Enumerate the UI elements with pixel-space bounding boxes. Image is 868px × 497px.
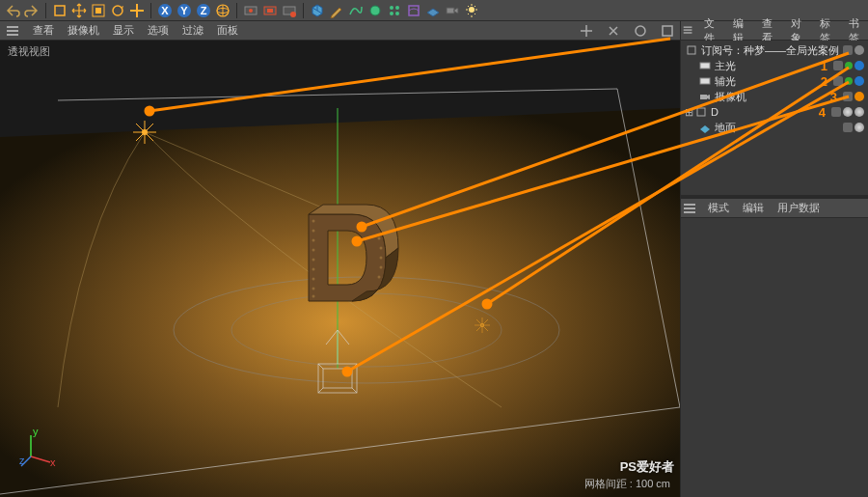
- tab-mode[interactable]: 模式: [706, 199, 731, 217]
- svg-rect-76: [684, 33, 692, 34]
- array-icon[interactable]: [386, 2, 403, 19]
- svg-rect-15: [267, 9, 273, 13]
- tree-row-light1[interactable]: 主光 1: [681, 58, 868, 73]
- svg-rect-81: [697, 108, 705, 116]
- annotation-number: 4: [819, 105, 826, 120]
- select-icon[interactable]: [51, 2, 68, 19]
- rotate-icon[interactable]: [109, 2, 126, 19]
- nav-pan-icon[interactable]: [580, 24, 593, 38]
- svg-point-18: [370, 6, 380, 15]
- svg-line-69: [31, 456, 50, 462]
- tab-edit2[interactable]: 编辑: [741, 199, 766, 217]
- tree-label: 订阅号：种梦——全局光案例: [701, 43, 843, 58]
- null-icon: [685, 43, 698, 57]
- panel-menu-icon[interactable]: [683, 24, 692, 38]
- menu-panel[interactable]: 面板: [217, 23, 238, 38]
- svg-rect-27: [7, 34, 18, 36]
- annotation-number: 3: [830, 90, 837, 104]
- svg-point-62: [312, 295, 315, 298]
- svg-point-65: [380, 257, 383, 260]
- svg-rect-75: [684, 30, 692, 31]
- move-icon[interactable]: [70, 2, 88, 19]
- tree-row-floor[interactable]: 地面: [681, 120, 868, 135]
- attribute-tabs: 模式 编辑 用户数据: [681, 199, 868, 218]
- world-icon[interactable]: [214, 2, 231, 19]
- svg-point-56: [312, 239, 315, 242]
- svg-rect-26: [7, 30, 18, 32]
- camera-icon[interactable]: [444, 2, 461, 19]
- svg-rect-23: [447, 8, 454, 14]
- panel-menu-icon[interactable]: [683, 202, 696, 215]
- viewport-label: 透视视图: [8, 44, 50, 59]
- view-config-icon[interactable]: [6, 24, 19, 38]
- svg-point-55: [312, 230, 315, 233]
- nurbs-icon[interactable]: [366, 2, 384, 19]
- x-axis-icon[interactable]: X: [156, 2, 174, 19]
- tree-row-light2[interactable]: 辅光 2: [681, 73, 868, 89]
- menu-camera[interactable]: 摄像机: [68, 23, 99, 38]
- svg-point-24: [469, 7, 475, 13]
- svg-point-63: [378, 237, 381, 240]
- undo-icon[interactable]: [4, 2, 21, 19]
- svg-rect-78: [700, 63, 710, 69]
- tree-label: 辅光: [715, 74, 821, 89]
- svg-rect-25: [7, 26, 18, 28]
- svg-text:Y: Y: [180, 5, 188, 16]
- nav-zoom-icon[interactable]: [607, 24, 620, 38]
- deformer-icon[interactable]: [405, 2, 422, 19]
- light-icon[interactable]: [463, 2, 480, 19]
- viewport-canvas: [0, 41, 680, 497]
- axis-gizmo: y x z: [19, 429, 58, 468]
- object-manager-tabs: 文件 编辑 查看 对象 标签 书签: [681, 21, 868, 41]
- tree-label: D: [711, 106, 819, 118]
- svg-rect-74: [684, 27, 692, 28]
- svg-point-13: [249, 9, 253, 13]
- annotation-number: 2: [821, 74, 827, 89]
- redo-icon[interactable]: [23, 2, 41, 19]
- grid-spacing-label: 网格间距 : 100 cm: [584, 477, 670, 491]
- tree-row-camera[interactable]: 摄像机 3: [681, 89, 868, 104]
- render-settings-icon[interactable]: [281, 2, 298, 19]
- svg-point-61: [312, 288, 315, 290]
- pen-icon[interactable]: [328, 2, 345, 19]
- annotation-number: 1: [821, 59, 827, 73]
- nav-rotate-icon[interactable]: [634, 24, 647, 38]
- null-icon: [694, 105, 708, 119]
- tree-row-d[interactable]: ⊞ D 4: [681, 104, 868, 120]
- tab-userdata[interactable]: 用户数据: [775, 199, 822, 217]
- svg-point-19: [390, 6, 393, 10]
- viewport-3d[interactable]: 透视视图: [0, 41, 680, 497]
- z-axis-icon[interactable]: Z: [195, 2, 212, 19]
- render-icon[interactable]: [242, 2, 259, 19]
- y-axis-icon[interactable]: Y: [176, 2, 193, 19]
- viewport-wrap: 查看 摄像机 显示 选项 过滤 面板 透视视图: [0, 21, 680, 497]
- tree-row-root[interactable]: 订阅号：种梦——全局光案例: [681, 42, 868, 58]
- svg-text:x: x: [50, 456, 56, 468]
- menu-filter[interactable]: 过滤: [182, 23, 203, 38]
- object-tree[interactable]: 订阅号：种梦——全局光案例 主光 1 辅光 2 摄像机 3: [681, 41, 868, 195]
- svg-point-21: [390, 12, 393, 15]
- svg-rect-77: [688, 46, 695, 54]
- scale-icon[interactable]: [90, 2, 107, 19]
- viewport-menu: 查看 摄像机 显示 选项 过滤 面板: [0, 21, 680, 41]
- menu-view[interactable]: 查看: [33, 23, 54, 38]
- menu-options[interactable]: 选项: [148, 23, 169, 38]
- cube-icon[interactable]: [309, 2, 326, 19]
- svg-text:Z: Z: [201, 5, 207, 16]
- last-tool-icon[interactable]: [128, 2, 146, 19]
- svg-rect-80: [700, 95, 707, 99]
- spline-icon[interactable]: [347, 2, 365, 19]
- svg-rect-82: [684, 204, 695, 206]
- svg-point-60: [312, 278, 315, 281]
- render-region-icon[interactable]: [261, 2, 279, 19]
- floor-icon[interactable]: [424, 2, 442, 19]
- tree-label: 主光: [715, 59, 821, 73]
- nav-max-icon[interactable]: [661, 24, 674, 38]
- svg-point-20: [395, 6, 399, 10]
- svg-rect-84: [684, 211, 695, 213]
- svg-rect-0: [55, 6, 65, 15]
- svg-rect-79: [700, 78, 710, 84]
- light-icon: [698, 74, 712, 88]
- menu-display[interactable]: 显示: [113, 23, 134, 38]
- svg-point-67: [378, 276, 381, 279]
